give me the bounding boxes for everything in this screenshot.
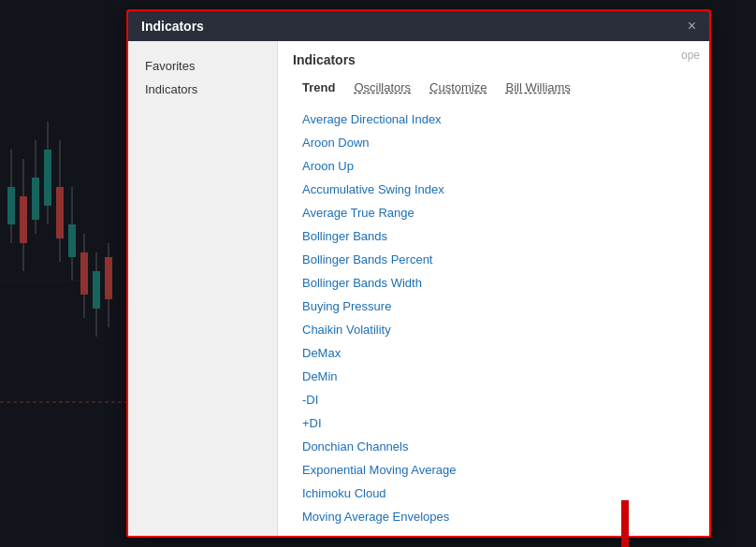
sidebar-item-indicators[interactable]: Indicators [138,79,268,100]
list-item[interactable]: Exponential Moving Average [293,458,694,482]
tabs-container: Trend Oscillators Customize Bill William… [293,77,694,98]
list-item[interactable]: Average Directional Index [293,108,694,131]
list-item[interactable]: DeMax [293,341,694,365]
list-item[interactable]: Buying Pressure [293,295,694,318]
list-item[interactable]: Moving Average Envelopes [293,505,694,528]
modal-body: Favorites Indicators Indicators Trend Os… [128,41,709,536]
list-item[interactable]: Aroon Up [293,154,694,178]
list-item[interactable]: Aroon Down [293,131,694,154]
tab-trend[interactable]: Trend [293,77,344,98]
list-item[interactable]: -DI [293,388,694,411]
tab-oscillators[interactable]: Oscillators [344,77,420,98]
sidebar-item-favorites[interactable]: Favorites [138,55,268,77]
list-item[interactable]: Mean Deviation [293,528,694,536]
right-edge-bar [621,500,629,547]
indicators-modal: Indicators × Favorites Indicators Indica… [126,9,711,538]
ope-text: ope [681,49,700,62]
modal-title: Indicators [141,19,204,34]
list-item[interactable]: Chaikin Volatility [293,318,694,341]
tab-customize[interactable]: Customize [420,77,496,98]
list-item[interactable]: DeMin [293,365,694,388]
list-item[interactable]: Bollinger Bands Width [293,271,694,295]
tab-bill-williams[interactable]: Bill Williams [497,77,580,98]
content-area: Indicators Trend Oscillators Customize B… [278,41,709,536]
list-item[interactable]: Ichimoku Cloud [293,482,694,505]
indicator-list: Average Directional Index Aroon Down Aro… [293,108,694,536]
list-item[interactable]: +DI [293,411,694,435]
sidebar: Favorites Indicators [128,41,278,536]
list-item[interactable]: Bollinger Bands Percent [293,248,694,271]
content-title: Indicators [293,52,694,67]
list-item[interactable]: Accumulative Swing Index [293,178,694,201]
modal-close-button[interactable]: × [688,19,696,34]
list-item[interactable]: Average True Range [293,201,694,224]
modal-header: Indicators × [128,11,709,41]
list-item[interactable]: Bollinger Bands [293,224,694,248]
list-item[interactable]: Donchian Channels [293,435,694,458]
